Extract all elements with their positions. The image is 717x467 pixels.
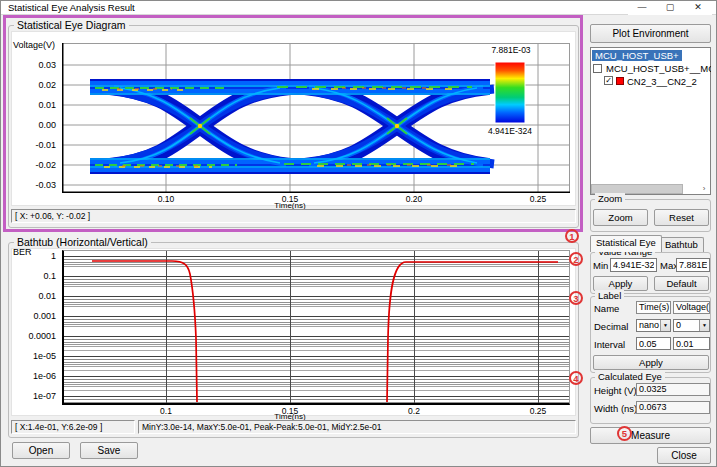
- bathtub-xtick: 0.25: [523, 406, 553, 416]
- scroll-right-icon[interactable]: ›: [698, 184, 710, 194]
- tree-item-net[interactable]: MCU_HOST_USB+__MCU_HO: [606, 63, 711, 74]
- minimize-icon[interactable]: —: [628, 0, 656, 15]
- tab-bathtub[interactable]: Bathtub: [659, 237, 704, 252]
- eye-xtick: 0.20: [399, 194, 429, 204]
- plot-environment-button[interactable]: Plot Environment: [590, 24, 711, 43]
- eye-ytick: 0.02: [26, 80, 56, 90]
- tab-statistical-eye[interactable]: Statistical Eye: [590, 235, 662, 252]
- legend-color-swatch: [616, 77, 624, 85]
- bathtub-group-title: Bathtub (Horizontal/Vertical): [14, 236, 151, 248]
- bathtub-ytick: 0.1: [18, 271, 56, 281]
- bathtub-ytick: 0.01: [18, 291, 56, 301]
- eye-width-value: 0.0673: [636, 401, 710, 414]
- bathtub-xtick: 0.1: [151, 406, 181, 416]
- interval-time-input[interactable]: [636, 337, 671, 350]
- eye-height-value: 0.0325: [636, 383, 710, 396]
- eye-ytick: -0.01: [26, 140, 56, 150]
- decimal-voltage-select[interactable]: 0▼: [673, 319, 710, 332]
- decimal-label: Decimal: [594, 321, 628, 332]
- bathtub-xtick: 0.2: [399, 406, 429, 416]
- name-voltage-field: Voltage(V): [673, 301, 710, 314]
- eye-diagram-plot: [62, 43, 570, 193]
- chevron-down-icon[interactable]: ▼: [660, 320, 670, 331]
- value-range-default-button[interactable]: Default: [654, 276, 709, 291]
- bathtub-status-summary: MinY:3.0e-14, MaxY:5.0e-01, Peak-Peak:5.…: [138, 420, 576, 434]
- decimal-time-select[interactable]: nano▼: [636, 319, 671, 332]
- checkbox-checked-icon[interactable]: ✓: [604, 76, 613, 85]
- window-title: Statistical Eye Analysis Result: [8, 2, 135, 13]
- zoom-button[interactable]: Zoom: [593, 209, 648, 226]
- maximize-icon[interactable]: ▢: [656, 0, 684, 15]
- colorbar-max-label: 7.881E-03: [482, 45, 540, 55]
- bathtub-ytick: 1e-06: [18, 371, 56, 381]
- label-group-title: Label: [595, 290, 624, 301]
- bathtub-ytick: 1e-07: [18, 391, 56, 401]
- bathtub-ytick: 1: [18, 251, 56, 261]
- decimal-time-value: nano: [637, 320, 660, 331]
- name-label: Name: [594, 303, 619, 314]
- measure-button[interactable]: Measure: [590, 427, 711, 444]
- eye-ytick: 0.03: [26, 60, 56, 70]
- eye-ytick: 0.00: [26, 120, 56, 130]
- name-time-field: Time(s): [636, 301, 671, 314]
- reset-button[interactable]: Reset: [654, 209, 709, 226]
- tree-expander-icon[interactable]: [593, 64, 602, 73]
- close-button[interactable]: Close: [657, 447, 711, 464]
- bathtub-ytick: 0.001: [18, 311, 56, 321]
- eye-height-label: Height (V): [594, 385, 637, 396]
- eye-width-label: Width (ns): [594, 403, 637, 414]
- bathtub-status-cursor: [ X:1.4e-01, Y:6.2e-09 ]: [11, 420, 135, 434]
- eye-xtick: 0.25: [523, 194, 553, 204]
- eye-status-bar: [ X: +0.06, Y: -0.02 ]: [11, 209, 576, 223]
- colorbar: [495, 62, 525, 123]
- max-input[interactable]: [676, 258, 710, 272]
- tree-item-model[interactable]: CN2_3__CN2_2: [627, 76, 711, 87]
- chevron-down-icon[interactable]: ▼: [699, 320, 709, 331]
- eye-diagram-group-title: Statistical Eye Diagram: [14, 19, 129, 31]
- eye-ytick: -0.03: [26, 180, 56, 190]
- open-button[interactable]: Open: [12, 442, 70, 459]
- value-range-apply-button[interactable]: Apply: [593, 276, 648, 291]
- tree-item-root[interactable]: MCU_HOST_USB+: [592, 50, 709, 61]
- eye-xtick: 0.10: [151, 194, 181, 204]
- interval-label: Interval: [594, 339, 625, 350]
- eye-ytick: -0.02: [26, 160, 56, 170]
- decimal-voltage-value: 0: [674, 320, 699, 331]
- min-input[interactable]: [610, 258, 657, 272]
- colorbar-min-label: 4.941E-324: [478, 126, 542, 136]
- bathtub-curve: [62, 250, 570, 404]
- eye-ytick: 0.01: [26, 100, 56, 110]
- label-apply-button[interactable]: Apply: [593, 355, 709, 370]
- interval-voltage-input[interactable]: [673, 337, 710, 350]
- zoom-group-title: Zoom: [595, 193, 625, 204]
- bathtub-ytick: 1e-05: [18, 351, 56, 361]
- tree-item-root-label[interactable]: MCU_HOST_USB+: [592, 50, 682, 61]
- annotation-circle-1: 1: [565, 229, 579, 243]
- close-icon[interactable]: ✕: [684, 0, 712, 15]
- min-label: Min: [593, 260, 608, 271]
- eye-y-axis-label: Voltage(V): [13, 40, 55, 50]
- calculated-eye-group-title: Calculated Eye: [595, 371, 665, 382]
- bathtub-ytick: 0.0001: [18, 331, 56, 341]
- save-button[interactable]: Save: [80, 442, 138, 459]
